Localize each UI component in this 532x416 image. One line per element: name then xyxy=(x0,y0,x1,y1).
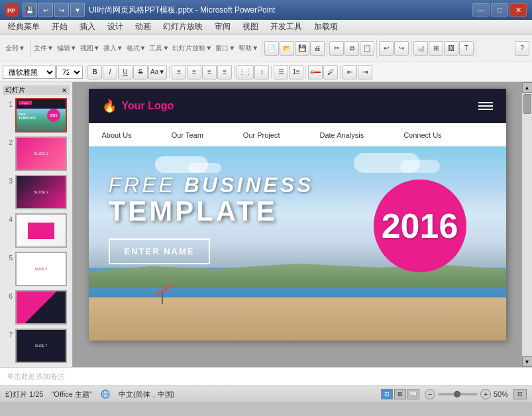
slide-thumb-7[interactable]: 7 SLIDE 7 xyxy=(3,328,70,364)
zoom-slider-thumb[interactable] xyxy=(454,391,460,397)
vertical-scrollbar[interactable]: ▲ ▼ xyxy=(521,82,532,367)
slide-sorter-btn[interactable]: ⊞ xyxy=(394,389,406,399)
nav-link-team[interactable]: Our Team xyxy=(172,131,203,139)
menu-animation[interactable]: 动画 xyxy=(130,20,156,34)
fontcolor-btn[interactable]: A xyxy=(308,65,323,79)
reading-view-btn[interactable]: 📖 xyxy=(407,389,419,399)
table-btn[interactable]: ⊞ xyxy=(429,41,443,56)
sep5 xyxy=(411,39,411,58)
menu-classic[interactable]: 经典菜单 xyxy=(3,20,45,34)
slide-thumb-img-3: SLIDE 3 xyxy=(15,175,67,209)
new-btn[interactable]: 📄 xyxy=(264,41,279,56)
help-btn[interactable]: ? xyxy=(515,41,529,56)
highlight-btn[interactable]: 🖊 xyxy=(323,65,338,79)
toolbar-section-window[interactable]: 窗口▼ xyxy=(214,44,237,53)
font-size-select[interactable]: 72 xyxy=(56,66,83,79)
justify-btn[interactable]: ≡ xyxy=(217,65,232,79)
slide-thumb-5[interactable]: 5 SLIDE 5 xyxy=(3,251,70,287)
customize-quick-btn[interactable]: ▼ xyxy=(70,3,85,17)
undo-btn[interactable]: ↩ xyxy=(379,41,394,56)
toolbar-section-slideshow[interactable]: 幻灯片放映▼ xyxy=(171,44,213,53)
slide-thumb-6[interactable]: 6 xyxy=(3,289,70,325)
toolbar-section-edit[interactable]: 编辑▼ xyxy=(56,44,78,53)
toolbar-section-format[interactable]: 格式▼ xyxy=(125,44,148,53)
columns-btn[interactable]: ⋮⋮ xyxy=(237,65,254,79)
save-quick-btn[interactable]: 💾 xyxy=(23,3,37,17)
menu-slideshow[interactable]: 幻灯片放映 xyxy=(158,20,208,34)
fontcase-btn[interactable]: Aa▼ xyxy=(148,65,167,79)
menu-addins[interactable]: 加载项 xyxy=(309,20,343,34)
numbering-btn[interactable]: 1≡ xyxy=(289,65,303,79)
indent-more-btn[interactable]: ⇥ xyxy=(358,65,372,79)
linespace-btn[interactable]: ↕ xyxy=(254,65,269,79)
panel-close-btn[interactable]: ✕ xyxy=(62,87,67,94)
slide-thumb-2[interactable]: 2 SLIDE 2 xyxy=(3,136,70,172)
sep6 xyxy=(476,39,476,58)
menu-view[interactable]: 视图 xyxy=(237,20,264,34)
toolbar-section-view[interactable]: 视图▼ xyxy=(79,44,101,53)
open-btn[interactable]: 📂 xyxy=(280,41,294,56)
toolbar-section-tools[interactable]: 工具▼ xyxy=(148,44,170,53)
italic-btn[interactable]: I xyxy=(103,65,117,79)
bullets-btn[interactable]: ☰ xyxy=(274,65,288,79)
indent-less-btn[interactable]: ⇤ xyxy=(343,65,357,79)
paste-btn[interactable]: 📋 xyxy=(360,41,374,56)
menu-home[interactable]: 开始 xyxy=(46,20,73,34)
zoom-slider[interactable] xyxy=(438,393,478,395)
undo-quick-btn[interactable]: ↩ xyxy=(38,3,53,17)
picture-btn[interactable]: 🖼 xyxy=(444,41,458,56)
nav-link-project[interactable]: Our Project xyxy=(243,131,280,139)
zoom-control: − + 50% xyxy=(425,389,508,399)
nav-link-about[interactable]: About Us xyxy=(102,131,132,139)
toolbar-section-file[interactable]: 文件▼ xyxy=(32,44,55,53)
slide-thumb-1[interactable]: 1 Logo FREE TEMPLATE 2016 xyxy=(3,97,70,133)
menu-design[interactable]: 设计 xyxy=(102,20,129,34)
copy-btn[interactable]: ⧉ xyxy=(345,41,359,56)
redo-quick-btn[interactable]: ↪ xyxy=(54,3,69,17)
sep4 xyxy=(376,39,377,58)
scroll-up-btn[interactable]: ▲ xyxy=(522,82,533,93)
app-icon: PP xyxy=(5,3,19,17)
chart-btn[interactable]: 📊 xyxy=(413,41,428,56)
nav-link-data[interactable]: Date Analysis xyxy=(319,131,364,139)
scroll-down-btn[interactable]: ▼ xyxy=(522,356,533,367)
toolbar-section-all[interactable]: 全部▼ xyxy=(3,44,28,53)
menu-developer[interactable]: 开发工具 xyxy=(265,20,307,34)
close-btn[interactable]: ✕ xyxy=(509,3,527,17)
zoom-out-btn[interactable]: − xyxy=(425,389,435,399)
scroll-track[interactable] xyxy=(523,93,532,356)
scroll-thumb[interactable] xyxy=(523,94,531,114)
normal-view-btn[interactable]: ⊡ xyxy=(381,389,393,399)
logo-text: Your Logo xyxy=(122,100,174,112)
underline-btn[interactable]: U xyxy=(118,65,133,79)
slide-num-7: 7 xyxy=(3,331,13,338)
align-right-btn[interactable]: ≡ xyxy=(202,65,217,79)
save-btn[interactable]: 💾 xyxy=(295,41,309,56)
nav-link-connect[interactable]: Connect Us xyxy=(403,131,441,139)
maximize-btn[interactable]: □ xyxy=(491,3,508,17)
cut-btn[interactable]: ✂ xyxy=(329,41,344,56)
bold-btn[interactable]: B xyxy=(87,65,102,79)
hero-free-text: FREE xyxy=(109,173,176,197)
print-btn[interactable]: 🖨 xyxy=(310,41,325,56)
font-name-select[interactable]: 微软雅黑 xyxy=(3,66,56,79)
zoom-in-btn[interactable]: + xyxy=(480,389,491,399)
hamburger-menu-icon[interactable] xyxy=(478,102,493,110)
notes-placeholder[interactable]: 单击此处添加备注 xyxy=(7,372,65,382)
minimize-btn[interactable]: — xyxy=(472,3,490,17)
slide-thumb-4[interactable]: 4 xyxy=(3,213,70,248)
toolbar-section-insert[interactable]: 插入▼ xyxy=(102,44,125,53)
textbox-btn[interactable]: T xyxy=(459,41,474,56)
menu-review[interactable]: 审阅 xyxy=(209,20,236,34)
align-center-btn[interactable]: ≡ xyxy=(187,65,201,79)
slide-panel[interactable]: 幻灯片 ✕ 1 Logo FREE TEMPLATE 2016 2 SLIDE … xyxy=(0,82,73,367)
redo-btn[interactable]: ↪ xyxy=(394,41,409,56)
menu-insert[interactable]: 插入 xyxy=(74,20,101,34)
fit-slide-btn[interactable]: ⊡ xyxy=(513,389,527,399)
slide-thumb-3[interactable]: 3 SLIDE 3 xyxy=(3,174,70,210)
toolbar-section-help[interactable]: 帮助▼ xyxy=(237,44,260,53)
hero-enter-btn[interactable]: ENTER NAME xyxy=(109,238,211,264)
align-left-btn[interactable]: ≡ xyxy=(172,65,186,79)
slide-thumb-8[interactable]: 8 xyxy=(3,366,70,367)
strikethrough-btn[interactable]: S xyxy=(133,65,148,79)
